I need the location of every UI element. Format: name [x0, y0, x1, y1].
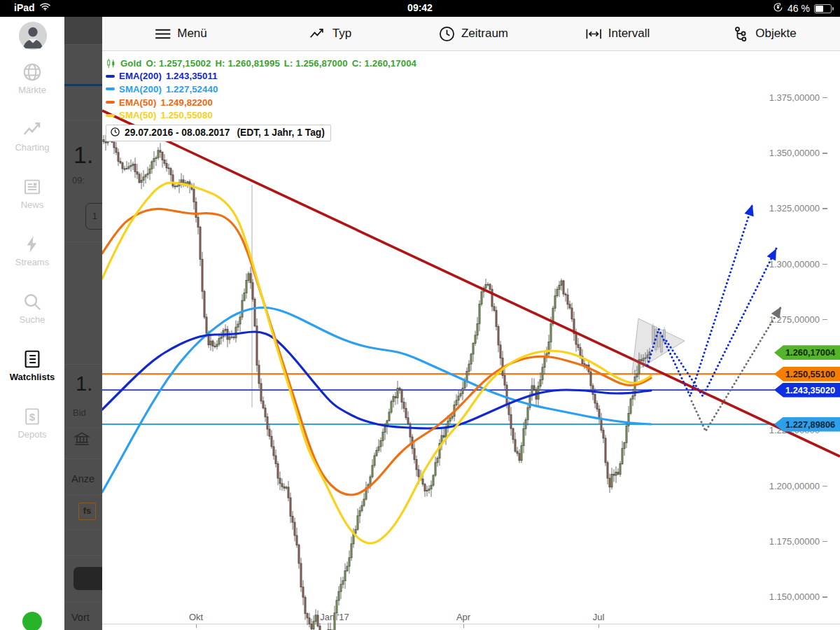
sidebar-item-charting[interactable]: Charting	[0, 119, 64, 153]
panel-vortag-clipped: Vort	[71, 612, 90, 623]
sidebar: MärkteChartingNewsStreamsSucheWatchlists…	[0, 17, 64, 630]
legend-indicator-row: EMA(200)1.243,35011	[106, 70, 416, 83]
period-detail: (EDT, 1 Jahr, 1 Tag)	[237, 127, 325, 138]
toolbar-button-intervall[interactable]: Intervall	[585, 17, 650, 50]
status-bar: iPad 09:42 46 %	[0, 0, 840, 17]
sidebar-item-depots[interactable]: $Depots	[0, 406, 64, 440]
dimmed-watchlist-panel[interactable]: 1. 09: 1 1. Bid Anze fs Vort	[64, 17, 102, 630]
sidebar-item-label: Watchlists	[0, 372, 64, 382]
clock-icon	[438, 25, 456, 43]
fs-badge: fs	[78, 503, 96, 520]
toolbar-button-zeitraum[interactable]: Zeitraum	[438, 17, 508, 50]
price-tag: 1.260,17004	[774, 345, 840, 360]
rotation-lock-icon	[773, 2, 783, 15]
chart-legend: GoldO: 1.257,15002H: 1.260,81995L: 1.256…	[106, 57, 416, 141]
toolbar-button-label: Typ	[332, 27, 351, 41]
globe-icon	[22, 62, 43, 83]
legend-indicator-row: EMA(50)1.249,82200	[106, 96, 416, 109]
price-tag: 1.250,55100	[774, 367, 840, 382]
sidebar-item-label: Depots	[0, 430, 64, 440]
interval-icon	[585, 25, 603, 43]
toolbar-button-label: Intervall	[608, 27, 650, 41]
sidebar-item-label: Charting	[0, 143, 64, 153]
sidebar-item-maerkte[interactable]: Märkte	[0, 62, 64, 95]
svg-text:$: $	[29, 411, 36, 423]
toolbar-button-label: Zeitraum	[461, 27, 508, 41]
toolbar-button-typ[interactable]: Typ	[309, 17, 351, 50]
sidebar-item-label: Streams	[0, 258, 64, 267]
panel-price-clipped: 1.	[74, 141, 93, 169]
legend-ohlc-row: GoldO: 1.257,15002H: 1.260,81995L: 1.256…	[106, 57, 416, 70]
objekte-icon	[732, 25, 750, 43]
sidebar-item-streams[interactable]: Streams	[0, 234, 64, 267]
clock-icon	[110, 127, 120, 139]
toolbar-button-label: Menü	[177, 27, 207, 41]
panel-interval-box[interactable]: 1	[85, 203, 102, 230]
avatar[interactable]	[18, 21, 48, 50]
streams-icon	[22, 234, 43, 255]
indicator-swatch	[106, 88, 115, 90]
panel-bid-label: Bid	[73, 407, 86, 418]
panel-tab-underline	[64, 84, 102, 86]
news-icon	[22, 176, 43, 197]
price-tag: 1.227,89806	[774, 417, 840, 432]
panel-anzeige-clipped: Anze	[71, 473, 94, 484]
bank-icon	[73, 430, 91, 448]
price-tag: 1.243,35020	[774, 383, 840, 398]
panel-time-clipped: 09:	[72, 175, 85, 186]
sidebar-item-label: Märkte	[0, 85, 64, 95]
hamburger-icon	[154, 25, 172, 43]
clock-time: 09:42	[0, 2, 840, 13]
indicator-swatch	[106, 114, 115, 117]
chart-toolbar: MenüTypZeitraumIntervallObjekte	[102, 17, 840, 51]
panel-bid-value-clipped: 1.	[76, 372, 92, 396]
typ-icon	[309, 25, 327, 43]
depots-icon: $	[22, 406, 43, 427]
sidebar-item-watchlists[interactable]: Watchlists	[0, 349, 64, 382]
battery-icon	[814, 4, 832, 13]
legend-indicator-row: SMA(200)1.227,52440	[106, 83, 416, 96]
sidebar-item-news[interactable]: News	[0, 176, 64, 210]
panel-dark-button[interactable]	[74, 567, 102, 590]
legend-indicator-row: SMA(50)1.250,55080	[106, 108, 416, 122]
indicator-swatch	[106, 75, 115, 78]
period-chip[interactable]: 29.07.2016 - 08.08.2017(EDT, 1 Jahr, 1 T…	[106, 125, 331, 141]
search-icon	[22, 291, 43, 312]
toolbar-button-label: Objekte	[755, 27, 797, 41]
sidebar-item-label: News	[0, 200, 64, 210]
status-dot	[22, 612, 42, 630]
sidebar-item-suche[interactable]: Suche	[0, 291, 64, 325]
charting-icon	[22, 119, 43, 140]
toolbar-button-menue[interactable]: Menü	[154, 17, 207, 50]
period-range: 29.07.2016 - 08.08.2017	[125, 127, 230, 138]
toolbar-button-objekte[interactable]: Objekte	[732, 17, 797, 50]
chart-area: 1.375,000001.350,000001.325,000001.300,0…	[102, 17, 840, 630]
watchlists-icon	[22, 349, 43, 370]
battery-percent: 46 %	[788, 3, 810, 14]
candlestick-icon	[106, 58, 116, 69]
sidebar-item-label: Suche	[0, 315, 64, 325]
indicator-swatch	[106, 101, 115, 104]
panel-header	[64, 17, 102, 44]
